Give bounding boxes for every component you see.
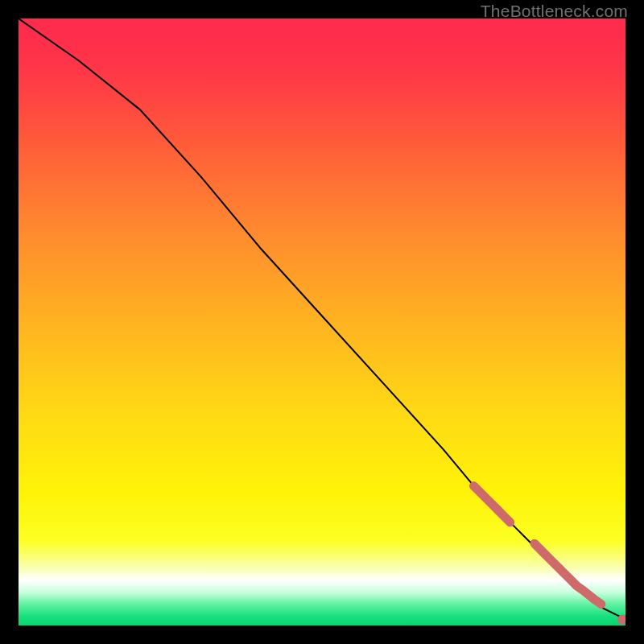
chart-background-gradient [19,19,625,625]
chart-plot-area [19,19,625,625]
chart-stage: TheBottleneck.com [0,0,644,644]
chart-svg [19,19,625,625]
